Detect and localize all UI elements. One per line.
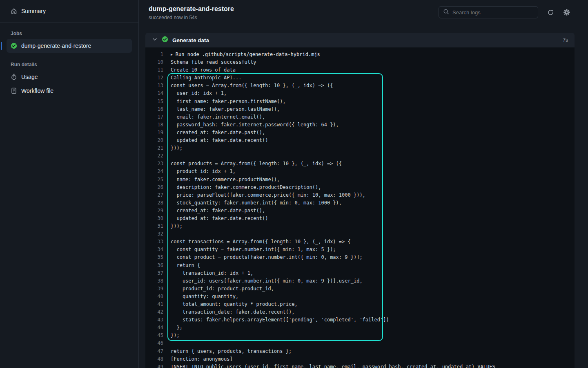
line-number[interactable]: 40 <box>145 293 163 301</box>
line-number[interactable]: 11 <box>145 66 163 74</box>
workflow-file-icon <box>11 88 17 94</box>
log-line: 14 user_id: idx + 1, <box>145 90 575 97</box>
line-number[interactable]: 23 <box>145 160 163 168</box>
line-number[interactable]: 29 <box>145 207 163 215</box>
line-number[interactable]: 42 <box>145 308 163 316</box>
line-number[interactable]: 20 <box>145 137 163 144</box>
line-number[interactable]: 26 <box>145 184 163 191</box>
line-number[interactable]: 12 <box>145 74 163 82</box>
expand-arrow-icon[interactable]: ▶ <box>171 53 173 56</box>
log-line: 10Schema file read successfully <box>145 58 575 66</box>
step-header-generate-data[interactable]: Generate data 7s <box>145 33 575 47</box>
line-number[interactable]: 38 <box>145 277 163 285</box>
log-line: 40 quantity: quantity, <box>145 293 575 301</box>
sidebar-item-job[interactable]: dump-generate-and-restore <box>7 39 132 53</box>
settings-gear-button[interactable] <box>563 8 571 16</box>
line-number[interactable]: 37 <box>145 269 163 277</box>
log-line: 35 const product = products[faker.number… <box>145 254 575 261</box>
success-check-icon <box>11 43 17 49</box>
log-line: 24 product_id: idx + 1, <box>145 168 575 175</box>
line-number[interactable]: 18 <box>145 121 163 129</box>
chevron-down-icon[interactable] <box>152 36 158 44</box>
line-number[interactable]: 21 <box>145 144 163 152</box>
line-number[interactable]: 19 <box>145 129 163 137</box>
step-success-check-icon <box>162 36 168 44</box>
line-number[interactable]: 27 <box>145 191 163 199</box>
search-logs-input[interactable] <box>452 9 534 16</box>
line-text: })); <box>163 222 183 230</box>
log-line: 17 email: faker.internet.email(), <box>145 113 575 121</box>
log-line: 49INSERT INTO public.users (user_id, fir… <box>145 363 575 368</box>
header-actions <box>439 6 571 18</box>
workflow-run-page: Summary Jobs dump-generate-and-restore R… <box>0 0 588 368</box>
refresh-button[interactable] <box>546 8 555 16</box>
log-line: 33const transactions = Array.from({ leng… <box>145 238 575 246</box>
line-text: INSERT INTO public.users (user_id, first… <box>163 363 495 368</box>
line-number[interactable]: 33 <box>145 238 163 246</box>
line-text: const product = products[faker.number.in… <box>163 254 363 261</box>
line-number[interactable]: 30 <box>145 215 163 222</box>
line-text: const quantity = faker.number.int({ min:… <box>163 246 336 254</box>
log-panel: Generate data 7s 1▶Run node .github/scri… <box>145 33 575 368</box>
log-line: 44 }; <box>145 324 575 332</box>
line-text: password_hash: faker.internet.password({… <box>163 121 339 129</box>
line-text: const products = Array.from({ length: 10… <box>163 160 342 168</box>
line-number[interactable]: 48 <box>145 355 163 363</box>
log-line: 13const users = Array.from({ length: 10 … <box>145 82 575 90</box>
line-number[interactable]: 46 <box>145 339 163 347</box>
line-number[interactable]: 25 <box>145 176 163 184</box>
log-line: 46 <box>145 339 575 347</box>
line-number[interactable]: 31 <box>145 222 163 230</box>
line-text: product_id: idx + 1, <box>163 168 236 175</box>
line-number[interactable]: 36 <box>145 262 163 269</box>
line-number[interactable]: 44 <box>145 324 163 332</box>
sidebar-item-workflow-file[interactable]: Workflow file <box>7 84 132 98</box>
line-number[interactable]: 16 <box>145 105 163 113</box>
log-lines: 1▶Run node .github/scripts/generate-data… <box>145 47 575 368</box>
log-line: 29 created_at: faker.date.past(), <box>145 207 575 215</box>
line-number[interactable]: 35 <box>145 254 163 261</box>
line-number[interactable]: 32 <box>145 230 163 238</box>
log-line: 41 total_amount: quantity * product.pric… <box>145 301 575 308</box>
log-line: 23const products = Array.from({ length: … <box>145 160 575 168</box>
line-text <box>163 230 171 238</box>
line-number[interactable]: 10 <box>145 58 163 66</box>
line-text: updated_at: faker.date.recent() <box>163 137 268 144</box>
step-title: Generate data <box>172 37 559 43</box>
search-icon <box>443 9 449 16</box>
log-line: 37 transaction_id: idx + 1, <box>145 269 575 277</box>
log-line: 26 description: faker.commerce.productDe… <box>145 184 575 191</box>
line-number[interactable]: 1 <box>145 51 163 58</box>
line-text: product_id: product.product_id, <box>163 285 274 293</box>
log-line: 43 status: faker.helpers.arrayElement(['… <box>145 316 575 324</box>
line-text <box>163 339 171 347</box>
sidebar-item-usage[interactable]: Usage <box>7 70 132 84</box>
line-number[interactable]: 14 <box>145 90 163 97</box>
line-number[interactable]: 49 <box>145 363 163 368</box>
line-number[interactable]: 43 <box>145 316 163 324</box>
log-line: 20 updated_at: faker.date.recent() <box>145 137 575 144</box>
log-line: 42 transaction_date: faker.date.recent()… <box>145 308 575 316</box>
sidebar-divider <box>0 22 138 22</box>
line-text: description: faker.commerce.productDescr… <box>163 184 321 191</box>
line-number[interactable]: 39 <box>145 285 163 293</box>
line-number[interactable]: 17 <box>145 113 163 121</box>
run-header: dump-generate-and-restore succeeded now … <box>139 0 588 28</box>
line-number[interactable]: 24 <box>145 168 163 175</box>
sidebar-job-label: dump-generate-and-restore <box>21 43 91 49</box>
log-line: 32 <box>145 230 575 238</box>
line-text: ▶Run node .github/scripts/generate-data-… <box>163 51 320 58</box>
line-text: transaction_id: idx + 1, <box>163 269 253 277</box>
line-number[interactable]: 47 <box>145 348 163 355</box>
line-number[interactable]: 13 <box>145 82 163 90</box>
sidebar-summary-label: Summary <box>21 8 46 14</box>
run-details-section-label: Run details <box>7 58 132 70</box>
sidebar-item-summary[interactable]: Summary <box>7 4 132 18</box>
line-number[interactable]: 41 <box>145 301 163 308</box>
line-number[interactable]: 45 <box>145 332 163 339</box>
line-number[interactable]: 28 <box>145 199 163 207</box>
line-number[interactable]: 15 <box>145 98 163 105</box>
line-number[interactable]: 22 <box>145 152 163 160</box>
line-text: const users = Array.from({ length: 10 },… <box>163 82 333 90</box>
line-number[interactable]: 34 <box>145 246 163 254</box>
